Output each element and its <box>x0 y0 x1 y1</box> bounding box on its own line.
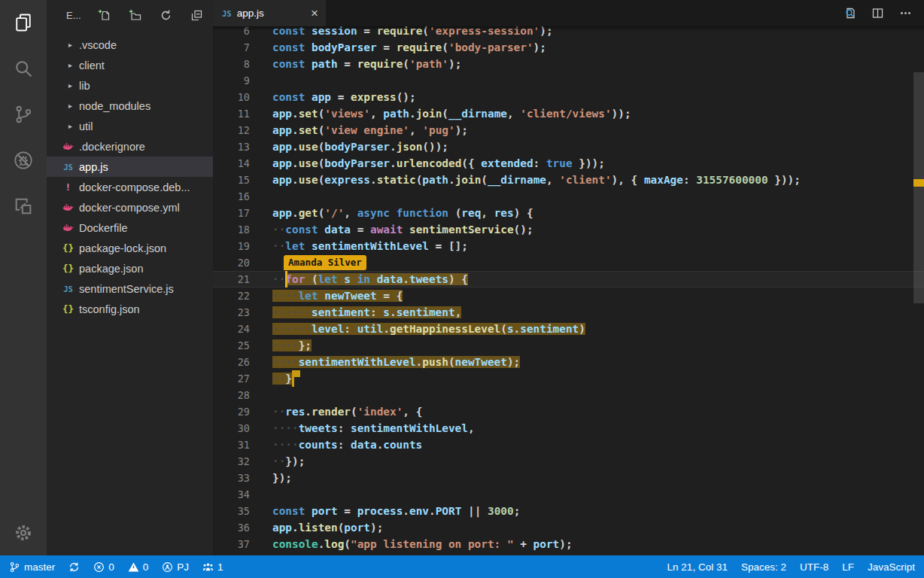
line-number: 10 <box>213 89 250 105</box>
debug-icon[interactable] <box>13 150 34 171</box>
tab-app-js[interactable]: JS app.js × <box>213 0 326 26</box>
indentation[interactable]: Spaces: 2 <box>741 561 786 573</box>
tree-item--dockerignore[interactable]: .dockerignore <box>47 136 213 157</box>
remote-selection-highlight: ··} <box>272 373 292 385</box>
line-number: 37 <box>213 536 250 552</box>
tab-bar: JS app.js × <box>213 0 924 26</box>
collapse-all-icon[interactable] <box>190 9 203 22</box>
code-line-content: ··} <box>272 370 292 387</box>
tree-item-app-js[interactable]: JSapp.js <box>47 157 213 177</box>
tree-item-lib[interactable]: ▸lib <box>47 75 213 96</box>
encoding[interactable]: UTF-8 <box>800 561 828 573</box>
docker-whale-icon <box>62 141 74 151</box>
eol[interactable]: LF <box>842 561 854 573</box>
search-icon[interactable] <box>13 58 34 79</box>
code-line-content: ····sentimentWithLevel.push(newTweet); <box>272 354 520 370</box>
tree-item-docker-compose-yml[interactable]: docker-compose.yml <box>47 197 213 218</box>
line-number: 19 <box>213 238 250 254</box>
line-number: 33 <box>213 470 250 486</box>
line-number: 26 <box>213 354 250 370</box>
code-line-content: const port = process.env.PORT || 3000; <box>272 503 520 519</box>
line-number: 14 <box>213 155 250 172</box>
status-bar: master00PJ1 Ln 21, Col 31Spaces: 2UTF-8L… <box>0 555 924 578</box>
extensions-icon[interactable] <box>13 196 34 217</box>
chevron-right-icon: ▸ <box>65 61 75 69</box>
warnings-count[interactable]: 0 <box>128 561 149 573</box>
search-preview-icon[interactable] <box>843 7 856 20</box>
code-line-content: console.log("app listening on port: " + … <box>272 536 573 552</box>
tree-item-label: util <box>79 120 93 132</box>
code-line-content: app.use(bodyParser.json()); <box>272 138 448 155</box>
tree-item-docker-compose-deb-[interactable]: !docker-compose.deb... <box>47 177 213 197</box>
sidebar-explorer: E... <box>47 0 213 555</box>
error-icon <box>93 561 105 573</box>
tree-item--vscode[interactable]: ▸.vscode <box>47 35 213 55</box>
line-number: 32 <box>213 453 250 470</box>
line-number: 28 <box>213 387 250 403</box>
live-share-icon <box>162 561 173 573</box>
tree-item-tsconfig-json[interactable]: {}tsconfig.json <box>47 299 213 319</box>
json-file-icon: {} <box>62 303 74 315</box>
tree-item-dockerfile[interactable]: Dockerfile <box>47 218 213 238</box>
tab-close-icon[interactable]: × <box>311 7 318 20</box>
participants-count[interactable]: 1 <box>202 561 223 573</box>
activity-bar <box>0 0 47 555</box>
code-line-content: }); <box>272 470 292 486</box>
code-line-content: ··res.render('index', { <box>272 403 422 420</box>
explorer-actions <box>98 9 203 22</box>
tree-item-package-json[interactable]: {}package.json <box>47 258 213 278</box>
tree-item-label: .vscode <box>79 39 117 51</box>
sync-button[interactable] <box>68 561 80 573</box>
explorer-icon[interactable] <box>13 12 34 33</box>
tab-label: app.js <box>237 8 264 19</box>
errors-count[interactable]: 0 <box>93 561 114 573</box>
tree-item-package-lock-json[interactable]: {}package-lock.json <box>47 238 213 258</box>
cursor-position[interactable]: Ln 21, Col 31 <box>667 561 728 573</box>
chevron-right-icon: ▸ <box>65 81 75 90</box>
code-line-content: const app = express(); <box>272 89 416 105</box>
new-file-icon[interactable] <box>98 9 111 22</box>
code-line-content: ······level: util.getHappinessLevel(s.se… <box>272 321 585 337</box>
settings-gear-icon[interactable] <box>13 522 34 543</box>
code-line-content: app.get('/', async function (req, res) { <box>272 205 533 221</box>
chevron-right-icon: ▸ <box>65 122 75 130</box>
git-branch-status[interactable]: master <box>9 561 55 573</box>
code-line-content: ····let newTweet = { <box>272 287 403 304</box>
refresh-icon[interactable] <box>160 9 172 22</box>
code-line: 9 <box>213 72 924 89</box>
tree-item-client[interactable]: ▸client <box>47 55 213 75</box>
line-number: 7 <box>213 39 250 56</box>
editor-actions <box>843 0 924 26</box>
main-area: E... <box>0 0 924 555</box>
code-line-content: const bodyParser = require('body-parser'… <box>272 39 546 56</box>
language-mode[interactable]: JavaScript <box>868 561 915 573</box>
explorer-header: E... <box>47 0 213 30</box>
vertical-scrollbar[interactable] <box>913 72 924 303</box>
source-control-icon[interactable] <box>13 104 34 125</box>
explorer-title: E... <box>66 10 89 21</box>
code-line: 37console.log("app listening on port: " … <box>213 536 924 552</box>
code-line: 16 <box>213 188 924 205</box>
line-number: 29 <box>213 403 250 420</box>
code-editor[interactable]: 6const session = require('express-sessio… <box>213 26 924 555</box>
code-line: 8const path = require('path'); <box>213 56 924 72</box>
code-line-content: ··let sentimentWithLevel = []; <box>272 238 468 254</box>
new-folder-icon[interactable] <box>129 9 141 22</box>
live-share-session[interactable]: PJ <box>162 561 189 573</box>
line-number: 30 <box>213 420 250 437</box>
line-number: 18 <box>213 221 250 238</box>
line-number: 21 <box>213 271 250 287</box>
tree-item-sentimentservice-js[interactable]: JSsentimentService.js <box>47 278 213 299</box>
tree-item-label: app.js <box>79 161 108 173</box>
split-editor-icon[interactable] <box>871 7 884 20</box>
js-file-icon: JS <box>62 284 74 294</box>
code-line: 35const port = process.env.PORT || 3000; <box>213 503 924 519</box>
line-number: 31 <box>213 437 250 453</box>
tree-item-node-modules[interactable]: ▸node_modules <box>47 96 213 116</box>
tree-item-util[interactable]: ▸util <box>47 116 213 136</box>
compose-debug-file-icon: ! <box>62 181 74 193</box>
line-number: 36 <box>213 519 250 536</box>
tree-item-label: .dockerignore <box>79 141 145 153</box>
file-tree: ▸.vscode▸client▸lib▸node_modules▸util.do… <box>47 35 213 319</box>
more-actions-icon[interactable] <box>899 7 912 20</box>
